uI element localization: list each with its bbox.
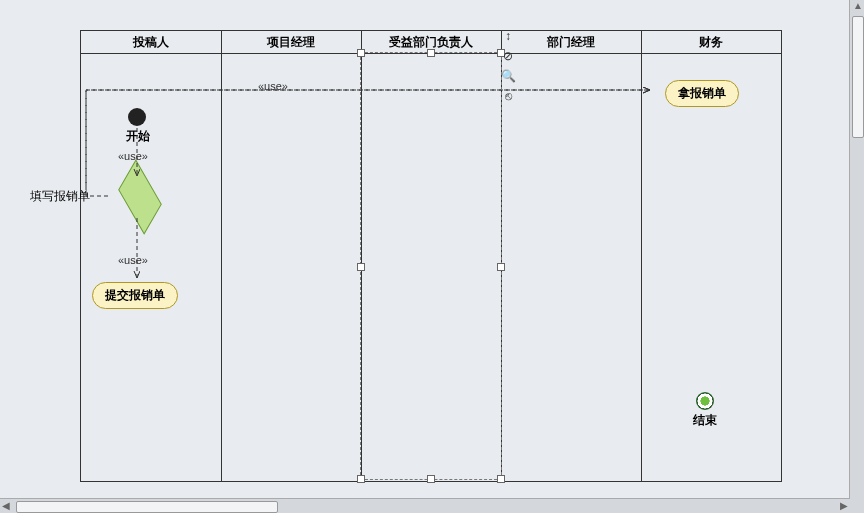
use-label-1: «use» [118,150,148,162]
resize-handle[interactable] [357,49,365,57]
end-label: 结束 [693,412,717,429]
lane-header: 财务 [641,31,781,54]
use-label-2: «use» [118,254,148,266]
activity-take-form[interactable]: 拿报销单 [665,80,739,107]
scroll-left-arrow[interactable]: ◀ [2,500,10,511]
vertical-scrollbar[interactable]: ▲ ▼ [849,0,864,513]
scroll-thumb[interactable] [852,16,864,138]
lane-dept-manager[interactable]: 部门经理 [501,31,642,481]
toolbar-zoom-icon[interactable]: 🔍 [500,68,516,84]
resize-handle[interactable] [357,263,365,271]
start-node[interactable] [128,108,146,126]
start-label: 开始 [126,128,150,145]
activity-submit-form[interactable]: 提交报销单 [92,282,178,309]
resize-handle[interactable] [427,49,435,57]
lane-header: 部门经理 [501,31,641,54]
lane-header: 投稿人 [81,31,221,54]
toolbar-edit-icon[interactable]: ⎋ [500,88,516,104]
use-label-3: «use» [258,80,288,92]
selection-toolbar: ↕ ⊘ 🔍 ⎋ [500,28,516,108]
scroll-corner [850,499,864,513]
diagram-canvas[interactable]: 投稿人 项目经理 受益部门负责人 部门经理 财务 开始 填写报销单 提交报销单 … [0,0,864,513]
end-node[interactable] [696,392,714,410]
horizontal-scrollbar[interactable]: ◀ ▶ [0,498,850,513]
scroll-up-arrow[interactable]: ▲ [853,0,863,11]
resize-handle[interactable] [497,475,505,483]
toolbar-delete-icon[interactable]: ⊘ [500,48,516,64]
toolbar-move-icon[interactable]: ↕ [500,28,516,44]
lane-header: 项目经理 [221,31,361,54]
resize-handle[interactable] [357,475,365,483]
scroll-thumb[interactable] [16,501,278,513]
decision-label: 填写报销单 [30,188,90,205]
lane-project-manager[interactable]: 项目经理 [221,31,362,481]
resize-handle[interactable] [497,263,505,271]
selection-rect [360,52,502,480]
scroll-right-arrow[interactable]: ▶ [840,500,848,511]
lane-submitter[interactable]: 投稿人 [81,31,222,481]
resize-handle[interactable] [427,475,435,483]
